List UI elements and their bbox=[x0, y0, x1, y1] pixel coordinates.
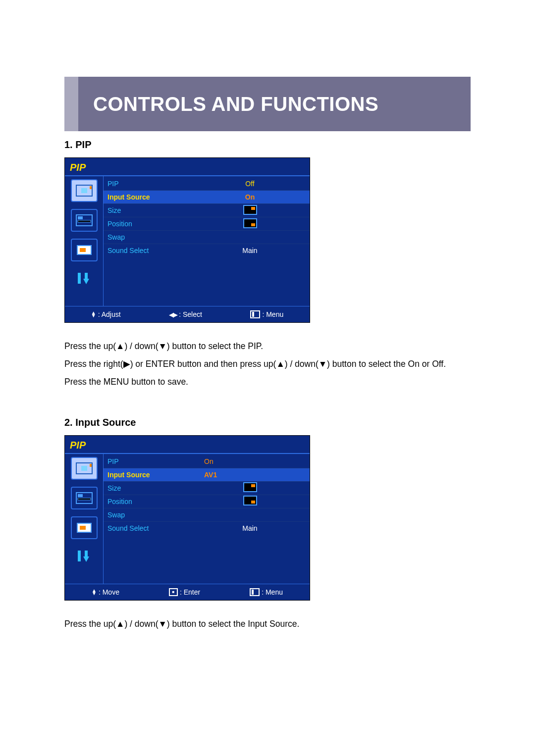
row-input-source-label: Input Source bbox=[107, 193, 194, 201]
pip-display-icon bbox=[76, 185, 93, 197]
osd-panel-1: PIP PIP Off bbox=[64, 157, 310, 323]
row2-swap-label: Swap bbox=[107, 511, 194, 519]
monitor-icon bbox=[76, 244, 93, 256]
row2-pip-label: PIP bbox=[107, 457, 194, 465]
monitor-icon bbox=[76, 522, 93, 534]
tab-setup-icon[interactable] bbox=[72, 268, 97, 289]
row2-position[interactable]: Position bbox=[104, 495, 310, 508]
osd1-icon-column bbox=[65, 176, 104, 306]
row-position-value bbox=[194, 218, 306, 230]
svg-rect-8 bbox=[78, 273, 81, 284]
svg-rect-4 bbox=[78, 216, 83, 219]
svg-marker-10 bbox=[83, 279, 89, 284]
svg-rect-18 bbox=[80, 526, 86, 530]
section1-copy3: Press the MENU button to save. bbox=[64, 373, 471, 391]
svg-marker-21 bbox=[83, 556, 89, 562]
tab-layout-icon[interactable] bbox=[71, 209, 98, 232]
row-size-value bbox=[194, 205, 306, 216]
osd1-hints: ▲▼ : Adjust ◀▶ : Select : Menu bbox=[65, 306, 310, 322]
osd2-icon-column bbox=[65, 454, 104, 584]
position-thumbnail-icon bbox=[243, 496, 257, 505]
hint-menu-text: Menu bbox=[266, 310, 283, 318]
row2-input-source[interactable]: Input Source AV1 bbox=[104, 468, 310, 481]
menu-icon bbox=[250, 588, 260, 596]
row-swap[interactable]: Swap bbox=[104, 230, 310, 244]
row-swap-label: Swap bbox=[107, 233, 194, 241]
tab-setup-icon[interactable] bbox=[72, 546, 97, 567]
row-size[interactable]: Size bbox=[104, 203, 310, 217]
row2-size-value bbox=[194, 482, 306, 494]
row2-input-source-value: AV1 bbox=[194, 471, 306, 479]
page-title: CONTROLS AND FUNCTIONS bbox=[93, 93, 378, 115]
size-thumbnail-icon bbox=[243, 205, 257, 215]
osd2-list: PIP On Input Source AV1 Size Position Sw… bbox=[104, 454, 310, 584]
svg-rect-20 bbox=[85, 551, 88, 556]
row-pip-value: Off bbox=[194, 180, 306, 188]
row-size-label: Size bbox=[107, 206, 194, 214]
row2-swap[interactable]: Swap bbox=[104, 508, 310, 521]
row2-sound-select-label: Sound Select bbox=[107, 524, 194, 532]
osd-panel-2: PIP PIP On bbox=[64, 435, 310, 601]
hint-select: ◀▶ : Select bbox=[169, 310, 202, 318]
svg-rect-5 bbox=[78, 220, 91, 222]
osd1-body: PIP Off Input Source On Size Position Sw… bbox=[65, 176, 310, 306]
svg-rect-2 bbox=[90, 186, 92, 189]
osd2-hints: ▲▼ : Move ■ : Enter : Menu bbox=[65, 584, 310, 600]
updown-icon: ▲▼ bbox=[91, 311, 96, 317]
row-sound-select-label: Sound Select bbox=[107, 247, 194, 254]
section1-copy2: Press the right(▶) or ENTER button and t… bbox=[64, 355, 471, 373]
row2-size[interactable]: Size bbox=[104, 481, 310, 495]
row2-position-label: Position bbox=[107, 498, 194, 505]
section2-heading: 2. Input Source bbox=[64, 417, 471, 428]
osd1-list: PIP Off Input Source On Size Position Sw… bbox=[104, 176, 310, 306]
updown-icon: ▲▼ bbox=[92, 589, 97, 595]
svg-rect-12 bbox=[81, 466, 87, 471]
tab-picture-icon[interactable] bbox=[71, 516, 98, 539]
osd2-title: PIP bbox=[65, 436, 310, 452]
row-position-label: Position bbox=[107, 220, 194, 228]
menu-icon bbox=[250, 310, 260, 318]
row2-position-value bbox=[194, 496, 306, 507]
svg-rect-13 bbox=[90, 464, 92, 467]
row2-pip[interactable]: PIP On bbox=[104, 455, 310, 468]
tools-icon bbox=[76, 271, 93, 286]
section1-copy: Press the up(▲) / down(▼) button to sele… bbox=[64, 338, 471, 391]
svg-rect-9 bbox=[85, 273, 88, 279]
row-input-source-value: On bbox=[194, 193, 306, 201]
tab-layout-icon[interactable] bbox=[71, 487, 98, 509]
tab-pip-icon[interactable] bbox=[71, 179, 98, 202]
hint-enter: ■ : Enter bbox=[169, 588, 200, 596]
header-tab bbox=[64, 77, 78, 131]
svg-rect-7 bbox=[80, 248, 86, 252]
row-sound-select-value: Main bbox=[194, 247, 306, 254]
hint-menu2: : Menu bbox=[250, 588, 283, 596]
hint-move-text: Move bbox=[103, 588, 119, 596]
hint-adjust-text: Adjust bbox=[102, 310, 121, 318]
section1-heading: 1. PIP bbox=[64, 139, 471, 151]
row2-pip-value: On bbox=[194, 457, 306, 465]
row2-sound-select-value: Main bbox=[194, 524, 306, 532]
section-header: CONTROLS AND FUNCTIONS bbox=[64, 77, 471, 131]
svg-rect-16 bbox=[78, 498, 91, 500]
row-pip-label: PIP bbox=[107, 180, 194, 188]
row-pip[interactable]: PIP Off bbox=[104, 177, 310, 190]
row-position[interactable]: Position bbox=[104, 217, 310, 230]
section2-copy: Press the up(▲) / down(▼) button to sele… bbox=[64, 615, 471, 633]
svg-rect-19 bbox=[78, 551, 81, 561]
pip-display-icon bbox=[76, 462, 93, 474]
hint-move: ▲▼ : Move bbox=[92, 588, 119, 596]
hint-menu2-text: Menu bbox=[266, 588, 283, 596]
svg-rect-15 bbox=[78, 494, 83, 497]
hint-adjust: ▲▼ : Adjust bbox=[91, 310, 121, 318]
position-thumbnail-icon bbox=[243, 218, 257, 228]
row2-sound-select[interactable]: Sound Select Main bbox=[104, 521, 310, 535]
tab-picture-icon[interactable] bbox=[71, 239, 98, 261]
row-sound-select[interactable]: Sound Select Main bbox=[104, 244, 310, 257]
page: CONTROLS AND FUNCTIONS 1. PIP PIP bbox=[0, 77, 535, 756]
row2-size-label: Size bbox=[107, 484, 194, 492]
hint-enter-text: Enter bbox=[184, 588, 200, 596]
section2-copy1: Press the up(▲) / down(▼) button to sele… bbox=[64, 615, 471, 633]
leftright-icon: ◀▶ bbox=[169, 311, 177, 318]
row-input-source[interactable]: Input Source On bbox=[104, 190, 310, 203]
tab-pip-icon[interactable] bbox=[71, 457, 98, 480]
